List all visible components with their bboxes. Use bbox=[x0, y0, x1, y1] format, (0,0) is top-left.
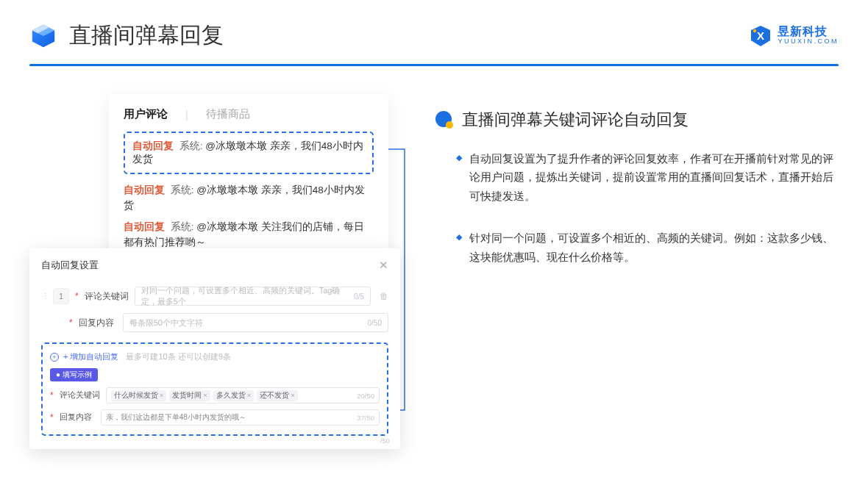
settings-title: 自动回复设置 bbox=[41, 259, 99, 272]
auto-reply-badge: 自动回复 bbox=[124, 184, 165, 195]
tab-pending-products[interactable]: 待播商品 bbox=[206, 107, 250, 121]
example-keyword-label: 评论关键词 bbox=[60, 390, 100, 401]
keyword-placeholder: 对同一个问题，可设置多个相近、高频的关键词。Tag确定，最多5个 bbox=[141, 285, 354, 307]
reply-input[interactable]: 每条限50个中文字符 0/50 bbox=[123, 313, 388, 332]
delete-icon[interactable]: 🗑 bbox=[380, 291, 388, 301]
keyword-tag[interactable]: 还不发货× bbox=[257, 390, 298, 401]
required-dot: * bbox=[50, 412, 54, 423]
index-badge: 1 bbox=[53, 288, 69, 304]
required-dot: * bbox=[69, 317, 73, 328]
example-keyword-row: * 评论关键词 什么时候发货× 发货时间× 多久发货× 还不发货× 20/50 bbox=[50, 387, 380, 403]
keyword-tag[interactable]: 多久发货× bbox=[213, 390, 255, 401]
reply-count: 0/50 bbox=[368, 319, 382, 327]
svg-point-6 bbox=[446, 121, 453, 129]
description-paragraph: 自动回复设置为了提升作者的评论回复效率，作者可在开播前针对常见的评论用户问题，提… bbox=[456, 150, 839, 206]
section-heading: 直播间弹幕关键词评论自动回复 bbox=[434, 109, 839, 131]
example-reply-row: * 回复内容 亲，我们这边都是下单48小时内发货的哦～ 37/50 bbox=[50, 409, 380, 426]
system-label: 系统: bbox=[179, 140, 203, 151]
cube-icon bbox=[29, 22, 57, 50]
add-hint: 最多可建10条 还可以创建9条 bbox=[126, 351, 230, 362]
tab-separator: | bbox=[185, 109, 188, 121]
keyword-label: 评论关键词 bbox=[85, 290, 129, 303]
reply-field-row: * 回复内容 每条限50个中文字符 0/50 bbox=[41, 313, 388, 332]
keyword-count: 0/5 bbox=[354, 293, 364, 301]
plus-icon: + bbox=[50, 353, 59, 362]
example-reply-input[interactable]: 亲，我们这边都是下单48小时内发货的哦～ 37/50 bbox=[101, 409, 380, 426]
close-icon[interactable]: ✕ bbox=[379, 259, 388, 272]
keyword-field-row: ⋮⋮ 1 * 评论关键词 对同一个问题，可设置多个相近、高频的关键词。Tag确定… bbox=[41, 287, 388, 306]
auto-reply-badge: 自动回复 bbox=[132, 140, 174, 151]
comment-row: 自动回复 系统: @冰墩墩本墩 关注我们的店铺，每日都有热门推荐哟～ bbox=[124, 220, 374, 251]
brand-name-en: YUUXIN.COM bbox=[778, 38, 839, 45]
auto-reply-badge: 自动回复 bbox=[124, 221, 165, 232]
example-reply-count: 37/50 bbox=[357, 414, 374, 422]
example-block: + + 增加自动回复 最多可建10条 还可以创建9条 ● 填写示例 * 评论关键… bbox=[41, 342, 388, 436]
page-title: 直播间弹幕回复 bbox=[69, 21, 750, 51]
add-auto-reply-button[interactable]: + + 增加自动回复 最多可建10条 还可以创建9条 bbox=[50, 351, 380, 362]
section-title: 直播间弹幕关键词评论自动回复 bbox=[462, 109, 689, 131]
comment-row: 自动回复 系统: @冰墩墩本墩 亲亲，我们48小时内发货 bbox=[124, 183, 374, 214]
reply-label: 回复内容 bbox=[79, 317, 117, 329]
system-label: 系统: bbox=[171, 184, 194, 195]
example-pill: ● 填写示例 bbox=[50, 368, 98, 381]
keyword-tag[interactable]: 发货时间× bbox=[169, 390, 210, 401]
add-label: + 增加自动回复 bbox=[63, 351, 118, 362]
required-dot: * bbox=[50, 390, 54, 401]
example-keyword-input[interactable]: 什么时候发货× 发货时间× 多久发货× 还不发货× 20/50 bbox=[106, 387, 380, 403]
keyword-input[interactable]: 对同一个问题，可设置多个相近、高频的关键词。Tag确定，最多5个 0/5 bbox=[135, 287, 371, 306]
system-label: 系统: bbox=[171, 221, 194, 232]
example-reply-text: 亲，我们这边都是下单48小时内发货的哦～ bbox=[106, 412, 246, 423]
bubble-icon bbox=[434, 110, 455, 130]
demo-column: 用户评论 | 待播商品 自动回复 系统: @冰墩墩本墩 亲亲，我们48小时内发货… bbox=[29, 94, 412, 439]
svg-point-4 bbox=[753, 29, 756, 32]
brand-mark-icon: X bbox=[750, 25, 772, 47]
page-header: 直播间弹幕回复 X 昱新科技 YUUXIN.COM bbox=[0, 0, 868, 64]
comment-highlighted: 自动回复 系统: @冰墩墩本墩 亲亲，我们48小时内发货 bbox=[124, 132, 374, 174]
tab-user-comments[interactable]: 用户评论 bbox=[124, 107, 168, 121]
required-dot: * bbox=[75, 291, 79, 301]
drag-handle-icon[interactable]: ⋮⋮ bbox=[41, 292, 47, 301]
svg-text:X: X bbox=[757, 29, 764, 42]
description-column: 直播间弹幕关键词评论自动回复 自动回复设置为了提升作者的评论回复效率，作者可在开… bbox=[434, 94, 839, 439]
keyword-tag[interactable]: 什么时候发货× bbox=[111, 390, 167, 401]
description-paragraph: 针对同一个问题，可设置多个相近的、高频的关键词。例如：这款多少钱、这块能优惠吗、… bbox=[456, 229, 839, 267]
brand-logo: X 昱新科技 YUUXIN.COM bbox=[750, 25, 839, 47]
reply-placeholder: 每条限50个中文字符 bbox=[129, 317, 203, 329]
brand-name-cn: 昱新科技 bbox=[778, 26, 839, 38]
example-reply-label: 回复内容 bbox=[60, 412, 95, 423]
stray-count: /50 bbox=[380, 437, 390, 445]
example-keyword-count: 20/50 bbox=[357, 392, 374, 400]
settings-panel: 自动回复设置 ✕ ⋮⋮ 1 * 评论关键词 对同一个问题，可设置多个相近、高频的… bbox=[29, 248, 400, 449]
